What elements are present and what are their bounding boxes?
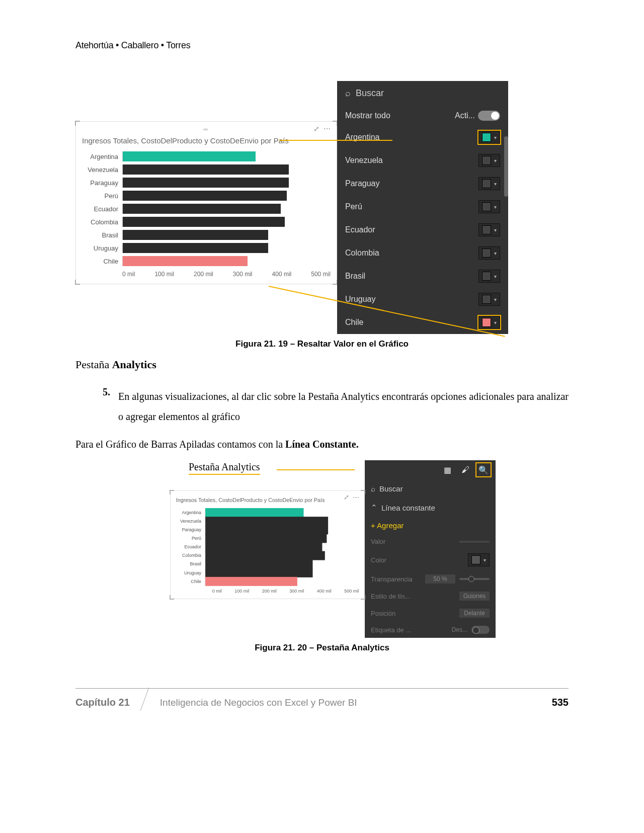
chevron-down-icon: ▾ bbox=[494, 158, 497, 163]
bar-label: Ecuador bbox=[82, 205, 122, 213]
bar-fill[interactable] bbox=[205, 508, 303, 517]
property-toggle[interactable] bbox=[471, 626, 490, 634]
analytics-tab-icon[interactable]: 🔍 bbox=[476, 463, 491, 476]
constant-line-section[interactable]: ⌃ Línea constante bbox=[365, 498, 496, 517]
bar-row: Paraguay bbox=[82, 176, 331, 189]
bar-fill[interactable] bbox=[123, 243, 268, 253]
scrollbar[interactable] bbox=[504, 136, 508, 197]
resize-handle-icon[interactable] bbox=[170, 595, 174, 600]
bar-fill[interactable] bbox=[205, 534, 327, 543]
more-options-icon[interactable]: ⋯ bbox=[353, 493, 359, 501]
bar-fill[interactable] bbox=[205, 576, 297, 586]
color-picker[interactable]: ▾ bbox=[468, 553, 490, 566]
color-picker[interactable]: ▾ bbox=[478, 177, 500, 190]
search-icon: ⌕ bbox=[345, 88, 351, 99]
color-picker[interactable]: ▾ bbox=[478, 246, 500, 260]
annotation-connector bbox=[279, 140, 392, 141]
bar-fill[interactable] bbox=[205, 525, 328, 534]
chart-x-axis: 0 mil100 mil200 mil300 mil400 mil500 mil bbox=[122, 271, 331, 278]
bar-label: Colombia bbox=[82, 218, 122, 226]
color-item-label: Chile bbox=[345, 318, 363, 327]
bar-label: Venezuela bbox=[176, 519, 205, 524]
resize-handle-icon[interactable] bbox=[361, 595, 365, 600]
slider[interactable] bbox=[459, 578, 490, 580]
bar-fill[interactable] bbox=[123, 217, 285, 227]
property-select[interactable]: Guiones bbox=[459, 592, 490, 601]
bar-fill[interactable] bbox=[205, 559, 313, 568]
section-heading: Pestaña Analytics bbox=[75, 358, 569, 371]
chevron-down-icon: ▾ bbox=[494, 181, 497, 187]
fields-tab-icon[interactable]: ▦ bbox=[440, 463, 454, 476]
analytics-property-row: Valor bbox=[365, 534, 496, 549]
bar-fill[interactable] bbox=[205, 551, 325, 560]
bar-fill[interactable] bbox=[123, 164, 289, 175]
step-number: 5. bbox=[103, 386, 110, 427]
drag-handle-icon[interactable]: ═ bbox=[82, 126, 331, 133]
color-swatch bbox=[482, 318, 491, 327]
color-swatch bbox=[482, 156, 491, 165]
axis-tick: 100 mil bbox=[234, 588, 249, 593]
bar-fill[interactable] bbox=[123, 204, 281, 214]
chevron-down-icon: ▾ bbox=[494, 297, 497, 302]
bar-fill[interactable] bbox=[205, 542, 322, 551]
chart-bars: ArgentinaVenezuelaParaguayPerúEcuadorCol… bbox=[176, 508, 359, 586]
analytics-property-row: Estilo de lín...Guiones bbox=[365, 588, 496, 605]
section-label: Línea constante bbox=[381, 504, 435, 512]
figure-caption-1: Figura 21. 19 – Resaltar Valor en el Grá… bbox=[75, 339, 569, 349]
color-picker[interactable]: ▾ bbox=[478, 270, 500, 283]
color-item-label: Paraguay bbox=[345, 179, 380, 188]
color-swatch bbox=[482, 248, 491, 258]
property-input[interactable]: 50 % bbox=[425, 574, 455, 584]
resize-handle-icon[interactable] bbox=[75, 280, 80, 285]
format-tab-icon[interactable]: 🖌 bbox=[458, 463, 472, 476]
color-picker[interactable]: ▾ bbox=[478, 200, 500, 213]
search-icon: ⌕ bbox=[371, 484, 375, 493]
bar-fill[interactable] bbox=[123, 256, 248, 266]
bar-fill[interactable] bbox=[123, 230, 268, 240]
property-input[interactable] bbox=[459, 541, 490, 543]
focus-mode-icon[interactable]: ⤢ bbox=[344, 493, 349, 501]
bar-label: Brasil bbox=[82, 231, 122, 239]
bar-fill[interactable] bbox=[123, 191, 287, 201]
focus-mode-icon[interactable]: ⤢ bbox=[313, 125, 319, 133]
resize-handle-icon[interactable] bbox=[75, 121, 80, 126]
chart-visual-card[interactable]: ═ ⤢ ⋯ Ingresos Totales, CostoDelProducto… bbox=[75, 121, 337, 284]
figure-1-container: ═ ⤢ ⋯ Ingresos Totales, CostoDelProducto… bbox=[75, 81, 569, 334]
bar-fill[interactable] bbox=[123, 178, 289, 188]
color-list: Argentina▾Venezuela▾Paraguay▾Perú▾Ecuado… bbox=[337, 126, 508, 334]
resize-handle-icon[interactable] bbox=[361, 490, 365, 494]
color-picker[interactable]: ▾ bbox=[478, 316, 500, 329]
chapter-label: Capítulo 21 bbox=[75, 697, 145, 708]
axis-tick: 500 mil bbox=[344, 588, 359, 593]
body-paragraph: Para el Gráfico de Barras Apiladas conta… bbox=[75, 439, 569, 450]
color-picker[interactable]: ▾ bbox=[478, 131, 500, 144]
bar-row: Chile bbox=[82, 255, 331, 268]
chart-x-axis: 0 mil100 mil200 mil300 mil400 mil500 mil bbox=[212, 588, 359, 593]
chevron-up-icon: ⌃ bbox=[371, 503, 377, 512]
search-row[interactable]: ⌕ Buscar bbox=[337, 81, 508, 106]
color-picker[interactable]: ▾ bbox=[478, 223, 500, 236]
color-item-label: Colombia bbox=[345, 248, 379, 258]
analytics-property-row: PosiciónDelante bbox=[365, 605, 496, 622]
bar-fill[interactable] bbox=[205, 517, 328, 526]
chart-visual-card-small[interactable]: ⤢ ⋯ Ingresos Totales, CostoDelProducto y… bbox=[170, 490, 365, 599]
more-options-icon[interactable]: ⋯ bbox=[324, 125, 331, 133]
bar-row: Ecuador bbox=[176, 543, 359, 551]
bar-label: Perú bbox=[82, 192, 122, 200]
bar-fill[interactable] bbox=[123, 151, 256, 161]
color-item-label: Perú bbox=[345, 202, 362, 211]
analytics-search[interactable]: ⌕ Buscar bbox=[365, 479, 496, 498]
color-picker[interactable]: ▾ bbox=[478, 154, 500, 167]
bar-row: Argentina bbox=[82, 150, 331, 163]
add-constant-line-button[interactable]: + Agregar bbox=[365, 517, 496, 534]
bar-label: Perú bbox=[176, 536, 205, 541]
color-picker[interactable]: ▾ bbox=[478, 293, 500, 306]
show-all-toggle[interactable] bbox=[478, 111, 500, 121]
numbered-step: 5. En algunas visualizaciones, al dar cl… bbox=[103, 386, 569, 427]
property-label: Valor bbox=[371, 538, 385, 545]
resize-handle-icon[interactable] bbox=[170, 490, 174, 494]
property-select[interactable]: Delante bbox=[459, 609, 490, 618]
bar-row: Venezuela bbox=[82, 163, 331, 176]
bar-fill[interactable] bbox=[205, 568, 313, 577]
bar-row: Perú bbox=[176, 534, 359, 542]
